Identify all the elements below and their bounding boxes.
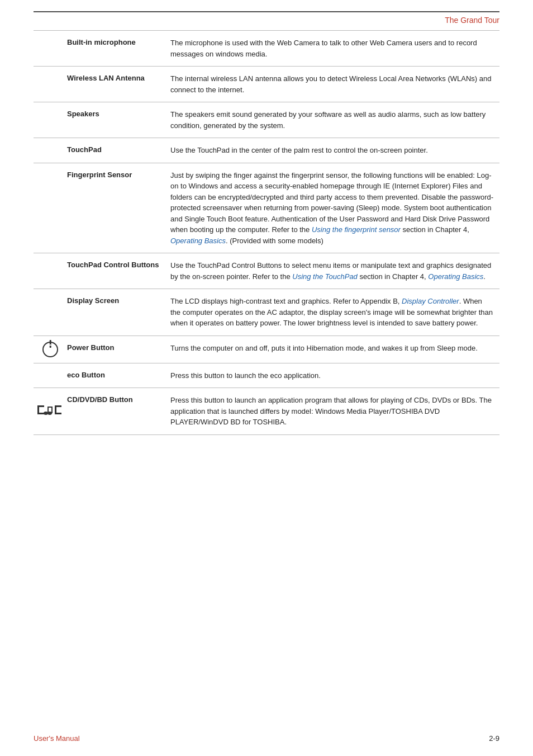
- content-table: Built-in microphone The microphone is us…: [34, 30, 499, 435]
- footer-left-label: User's Manual: [34, 734, 80, 743]
- row-term: TouchPad Control Buttons: [67, 253, 165, 289]
- row-term: Display Screen: [67, 289, 165, 336]
- row-desc: The speakers emit sound generated by you…: [165, 102, 499, 138]
- row-icon: [34, 102, 67, 138]
- row-term: CD/DVD/BD Button: [67, 388, 165, 435]
- row-term: Wireless LAN Antenna: [67, 67, 165, 102]
- row-icon: [34, 363, 67, 388]
- row-icon: [34, 31, 67, 67]
- header-row: The Grand Tour: [34, 16, 499, 25]
- header-top-border: [34, 11, 499, 12]
- row-term: Power Button: [67, 336, 165, 363]
- table-row: Display Screen The LCD displays high-con…: [34, 289, 499, 336]
- row-term: Built-in microphone: [67, 31, 165, 67]
- table-row: Wireless LAN Antenna The internal wirele…: [34, 67, 499, 102]
- operating-basics-link-2[interactable]: Operating Basics: [428, 272, 483, 281]
- table-row: CD/DVD/BD Button Press this button to la…: [34, 388, 499, 435]
- row-icon: [34, 163, 67, 253]
- row-icon: [34, 253, 67, 289]
- display-screen-desc: The LCD displays high-contrast text and …: [165, 289, 499, 336]
- power-button-icon-cell: [34, 336, 67, 363]
- svg-rect-1: [37, 405, 44, 407]
- table-row: Speakers The speakers emit sound generat…: [34, 102, 499, 138]
- svg-rect-9: [55, 405, 61, 407]
- media-button-icon-cell: [34, 388, 67, 435]
- footer-page-number: 2-9: [489, 734, 499, 743]
- table-row: eco Button Press this button to launch t…: [34, 363, 499, 388]
- svg-point-3: [44, 412, 48, 415]
- footer: User's Manual 2-9: [34, 734, 499, 743]
- row-desc: Turns the computer on and off, puts it i…: [165, 336, 499, 363]
- table-row: Fingerprint Sensor Just by swiping the f…: [34, 163, 499, 253]
- display-controller-link[interactable]: Display Controller: [402, 297, 459, 305]
- chapter-title: The Grand Tour: [445, 16, 499, 25]
- fingerprint-sensor-desc: Just by swiping the finger against the f…: [165, 163, 499, 253]
- fingerprint-sensor-link[interactable]: Using the fingerprint sensor: [312, 225, 401, 234]
- page-container: The Grand Tour Built-in microphone The m…: [0, 0, 533, 756]
- svg-point-6: [47, 412, 52, 415]
- row-desc: Press this button to launch the eco appl…: [165, 363, 499, 388]
- svg-rect-5: [47, 407, 51, 408]
- operating-basics-link-1[interactable]: Operating Basics: [170, 237, 226, 245]
- using-touchpad-link[interactable]: Using the TouchPad: [292, 272, 358, 281]
- power-icon: [42, 342, 58, 357]
- table-row: TouchPad Use the TouchPad in the center …: [34, 138, 499, 163]
- row-icon: [34, 289, 67, 336]
- svg-rect-10: [55, 413, 61, 414]
- row-desc: Use the TouchPad in the center of the pa…: [165, 138, 499, 163]
- row-term: Fingerprint Sensor: [67, 163, 165, 253]
- row-term: TouchPad: [67, 138, 165, 163]
- touchpad-control-desc: Use the TouchPad Control Buttons to sele…: [165, 253, 499, 289]
- media-icon: [36, 402, 65, 420]
- row-term: eco Button: [67, 363, 165, 388]
- row-desc: The internal wireless LAN antenna allows…: [165, 67, 499, 102]
- row-term: Speakers: [67, 102, 165, 138]
- row-desc: Press this button to launch an applicati…: [165, 388, 499, 435]
- table-row: Built-in microphone The microphone is us…: [34, 31, 499, 67]
- row-icon: [34, 67, 67, 102]
- table-row: Power Button Turns the computer on and o…: [34, 336, 499, 363]
- cd-dvd-icon-svg: [37, 402, 63, 418]
- table-row: TouchPad Control Buttons Use the TouchPa…: [34, 253, 499, 289]
- svg-rect-2: [37, 413, 44, 414]
- svg-rect-7: [51, 407, 53, 413]
- row-icon: [34, 138, 67, 163]
- row-desc: The microphone is used with the Web Came…: [165, 31, 499, 67]
